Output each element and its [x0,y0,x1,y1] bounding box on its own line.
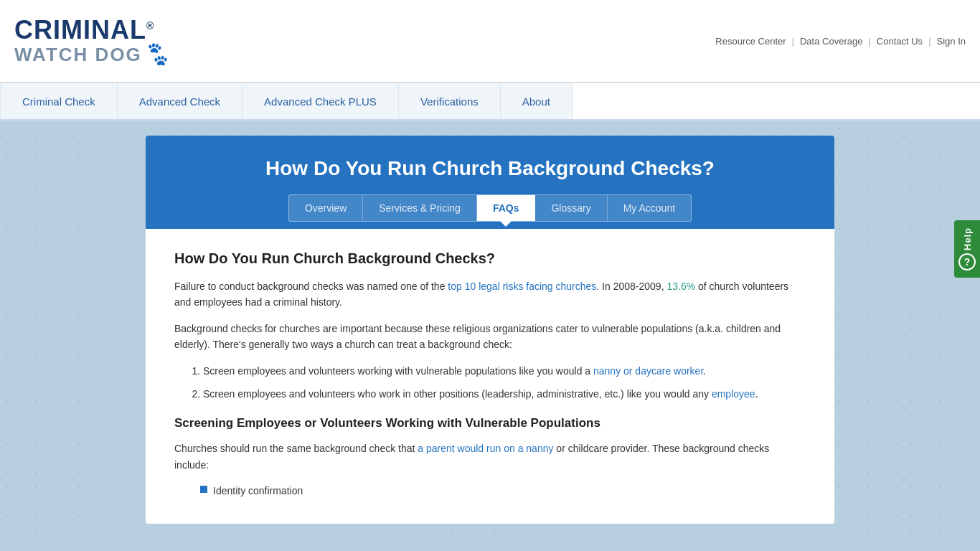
bullet-list: Identity confirmation [200,483,806,499]
tab-overview[interactable]: Overview [289,195,363,221]
list-item: Identity confirmation [200,483,806,499]
sub-tabs: Overview Services & Pricing FAQs Glossar… [288,194,692,222]
nav-criminal-check[interactable]: Criminal Check [0,83,118,119]
content-heading: How Do You Run Church Background Checks? [174,250,806,267]
tab-faqs[interactable]: FAQs [477,195,536,221]
blue-banner: How Do You Run Church Background Checks?… [146,136,834,229]
help-tab[interactable]: Help ? [954,220,980,278]
link-legal-risks[interactable]: top 10 legal risks facing churches [448,281,596,292]
paragraph-2: Background checks for churches are impor… [174,321,806,353]
separator: | [928,36,930,47]
nav-about[interactable]: About [501,83,573,119]
section-heading: Screening Employees or Volunteers Workin… [174,416,806,430]
contact-us-link[interactable]: Contact Us [877,36,923,47]
bullet-icon [200,486,207,493]
banner-title: How Do You Run Church Background Checks? [174,157,806,180]
logo-text: CRIMINAL® WATCH DOG🐾 [14,16,171,66]
resource-center-link[interactable]: Resource Center [715,36,786,47]
main-nav: Criminal Check Advanced Check Advanced C… [0,83,980,121]
list-item-1: Screen employees and volunteers working … [203,363,806,379]
logo-criminal: CRIMINAL® [14,16,171,44]
link-employee[interactable]: employee [712,388,755,400]
nav-verifications[interactable]: Verifications [399,83,501,119]
separator: | [792,36,794,47]
top-nav: Resource Center | Data Coverage | Contac… [715,36,966,47]
tab-my-account[interactable]: My Account [608,195,691,221]
logo-watchdog: WATCH DOG🐾 [14,44,171,66]
help-label: Help [962,227,973,250]
tab-services-pricing[interactable]: Services & Pricing [363,195,477,221]
header: CRIMINAL® WATCH DOG🐾 Resource Center | D… [0,0,980,83]
separator: | [868,36,870,47]
link-parent-nanny[interactable]: a parent would run on a nanny [418,443,553,454]
nav-advanced-check-plus[interactable]: Advanced Check PLUS [242,83,399,119]
page-background: How Do You Run Church Background Checks?… [0,121,980,551]
tab-glossary[interactable]: Glossary [535,195,607,221]
screening-list: Screen employees and volunteers working … [203,363,806,402]
list-item-2: Screen employees and volunteers who work… [203,386,806,402]
paragraph-1: Failure to conduct background checks was… [174,278,806,311]
paw-icon: 🐾 [142,40,174,70]
link-percentage[interactable]: 13.6% [666,281,695,292]
nav-advanced-check[interactable]: Advanced Check [118,83,242,119]
content-area: How Do You Run Church Background Checks?… [146,229,834,524]
sign-in-link[interactable]: Sign In [937,36,966,47]
section-paragraph: Churches should run the same background … [174,441,806,473]
link-nanny-daycare[interactable]: nanny or daycare worker [593,365,703,377]
logo-area[interactable]: CRIMINAL® WATCH DOG🐾 [14,16,171,66]
data-coverage-link[interactable]: Data Coverage [800,36,862,47]
help-icon: ? [958,253,976,270]
